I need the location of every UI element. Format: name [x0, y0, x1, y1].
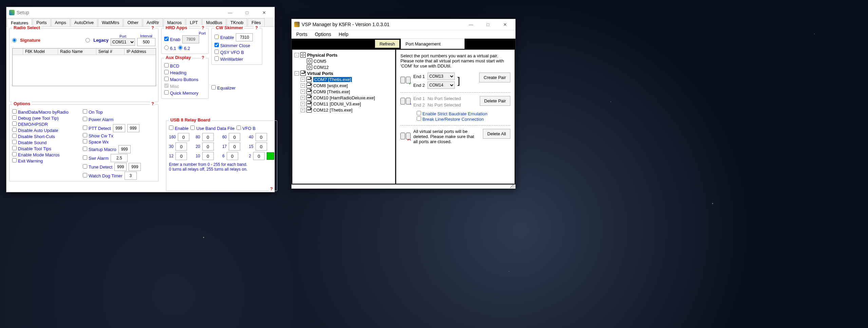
usb-usedata[interactable]: Use Band Data File — [190, 126, 234, 131]
band-input[interactable] — [229, 133, 240, 141]
opt-showcw[interactable]: Show Cw Tx — [83, 133, 155, 138]
maximize-button[interactable]: □ — [480, 20, 496, 29]
tree-expand-icon[interactable]: + — [301, 96, 305, 100]
port-select[interactable]: COM11 — [111, 38, 135, 46]
opt-debug[interactable]: Debug (see Tool Tip) — [12, 115, 80, 121]
help-icon[interactable]: ? — [200, 55, 206, 60]
band-input[interactable] — [175, 152, 187, 160]
opt-pttdetect[interactable]: PTT Detect — [83, 126, 111, 131]
refresh-button[interactable]: Refresh — [375, 40, 399, 48]
opt-startupmacro[interactable]: Startup Macro — [83, 147, 116, 152]
menu-options[interactable]: Options — [315, 32, 331, 37]
band-input[interactable] — [253, 152, 265, 160]
help-icon[interactable]: ? — [150, 25, 155, 30]
startup-input[interactable] — [118, 145, 131, 153]
band-input[interactable] — [229, 142, 240, 151]
tree-item[interactable]: COM12 — [314, 65, 329, 70]
tree-item[interactable]: COM10 [HamRadioDeluxe.exe] — [313, 95, 375, 100]
band-input[interactable] — [256, 142, 267, 151]
help-icon[interactable]: ? — [200, 25, 206, 30]
signature-radio[interactable]: Signature — [12, 38, 40, 43]
tab-port-management[interactable]: Port Management — [401, 39, 465, 49]
tree-expand-icon[interactable]: + — [301, 90, 305, 94]
tree-item[interactable]: COM12 [Thetis.exe] — [313, 108, 353, 113]
tree-expand-icon[interactable]: + — [301, 102, 305, 106]
end2-select[interactable]: COM14 — [428, 81, 455, 89]
opt-sound[interactable]: Disable Sound — [12, 140, 80, 145]
tune2-input[interactable] — [129, 163, 141, 171]
opt-spacewx[interactable]: Space Wx — [83, 139, 155, 144]
band-input[interactable] — [202, 142, 214, 151]
tree-expand-icon[interactable]: + — [301, 77, 305, 82]
tab-other[interactable]: Other — [124, 18, 142, 26]
minimize-button[interactable]: — — [463, 20, 479, 29]
band-input[interactable] — [202, 152, 214, 160]
maximize-button[interactable]: □ — [239, 8, 255, 17]
ptt2-input[interactable] — [127, 124, 139, 132]
help-icon[interactable]: ? — [150, 101, 155, 106]
opt-pwralarm[interactable]: Power Alarm — [83, 117, 114, 122]
help-icon[interactable]: ? — [254, 25, 259, 30]
band-input[interactable] — [227, 152, 238, 160]
opt-autoupdate[interactable]: Disable Auto Update — [12, 128, 80, 133]
tree-item[interactable]: COM8 [wsjtx.exe] — [313, 83, 348, 88]
opt-tooltips[interactable]: Disable Tool Tips — [12, 146, 80, 151]
resize-grip-icon[interactable] — [510, 183, 515, 188]
setup-titlebar[interactable]: Setup — □ ✕ — [6, 7, 275, 18]
close-button[interactable]: ✕ — [256, 8, 272, 17]
band-input[interactable] — [178, 133, 189, 141]
menu-help[interactable]: Help — [339, 32, 348, 37]
tree-expand-icon[interactable]: + — [301, 108, 305, 112]
tree-item[interactable]: COM9 [Thetis.exe] — [313, 89, 350, 94]
ptt1-input[interactable] — [113, 124, 125, 132]
cw-port-input[interactable] — [236, 33, 253, 41]
opt-banddata[interactable]: BandData/Macro byRadio — [12, 109, 80, 115]
hrd-62[interactable]: 6.2 — [178, 45, 190, 51]
vsp-titlebar[interactable]: VSP Manager by K5FR - Version 1.0.3.01 —… — [291, 19, 515, 30]
port-tree[interactable]: − Physical Ports COM5 COM12 − Virtual Po… — [292, 50, 395, 184]
opt-macros[interactable]: Enable Mode Macros — [12, 152, 80, 157]
radio-table[interactable]: F6K Model Radio Name Serial # IP Address — [12, 48, 156, 86]
aux-quickmem[interactable]: Quick Memory — [164, 90, 206, 96]
aux-bcd[interactable]: BCD — [164, 63, 206, 69]
tree-item[interactable]: COM5 — [314, 59, 326, 64]
legacy-radio[interactable]: Legacy — [86, 38, 109, 43]
tree-item[interactable]: COM11 [DDUtil_V3.exe] — [313, 101, 361, 107]
breakline-check[interactable]: Break Line/Restore Connection — [417, 117, 484, 122]
end1-select[interactable]: COM13 — [428, 73, 455, 80]
delete-all-button[interactable]: Delete All — [483, 129, 510, 139]
swr-input[interactable] — [111, 154, 128, 162]
create-pair-button[interactable]: Create Pair — [479, 73, 510, 82]
tree-collapse-icon[interactable]: − — [295, 53, 299, 57]
hrd-enable[interactable]: Enab — [164, 37, 180, 42]
help-icon[interactable]: ? — [269, 186, 274, 191]
tab-wattmtrs[interactable]: WattMtrs — [98, 18, 123, 26]
menu-ports[interactable]: Ports — [296, 32, 307, 37]
tab-autodrive[interactable]: AutoDrive — [71, 18, 97, 26]
cw-enable[interactable]: Enable — [214, 35, 234, 40]
opt-watchdog[interactable]: Watch Dog Timer — [83, 173, 122, 178]
aux-macros[interactable]: Macro Buttons — [164, 77, 206, 82]
strict-baud-check[interactable]: Enable Strict Baudrate Emulation — [417, 111, 488, 116]
tree-item-selected[interactable]: COM7 [Thetis.exe] — [313, 77, 352, 82]
opt-swralarm[interactable]: Swr Alarm — [83, 155, 109, 161]
tune1-input[interactable] — [114, 163, 127, 171]
interval-input[interactable] — [137, 38, 155, 46]
delete-pair-button[interactable]: Delete Pair — [480, 96, 510, 106]
opt-tunedetect[interactable]: Tune Detect — [83, 164, 112, 170]
cw-qsy[interactable]: QSY VFO B — [214, 50, 259, 55]
watchdog-input[interactable] — [125, 172, 137, 180]
cw-skimclose[interactable]: Skimmer Close — [214, 43, 259, 48]
band-input[interactable] — [175, 142, 187, 151]
usb-enable[interactable]: Enable — [169, 126, 188, 131]
hrd-61[interactable]: 6.1 — [164, 45, 176, 51]
aux-heading[interactable]: Heading — [164, 70, 206, 75]
usb-vfob[interactable]: VFO B — [237, 126, 256, 131]
tree-expand-icon[interactable]: + — [301, 83, 305, 88]
opt-ontop[interactable]: On Top — [83, 109, 155, 115]
opt-shortcuts[interactable]: Disable Short-Cuts — [12, 134, 80, 139]
opt-demo[interactable]: DEMO/HPSDR — [12, 121, 80, 127]
equalizer-check[interactable]: Equalizer — [211, 85, 235, 91]
band-input[interactable] — [202, 133, 214, 141]
opt-exitwarn[interactable]: Exit Warning — [12, 158, 80, 163]
